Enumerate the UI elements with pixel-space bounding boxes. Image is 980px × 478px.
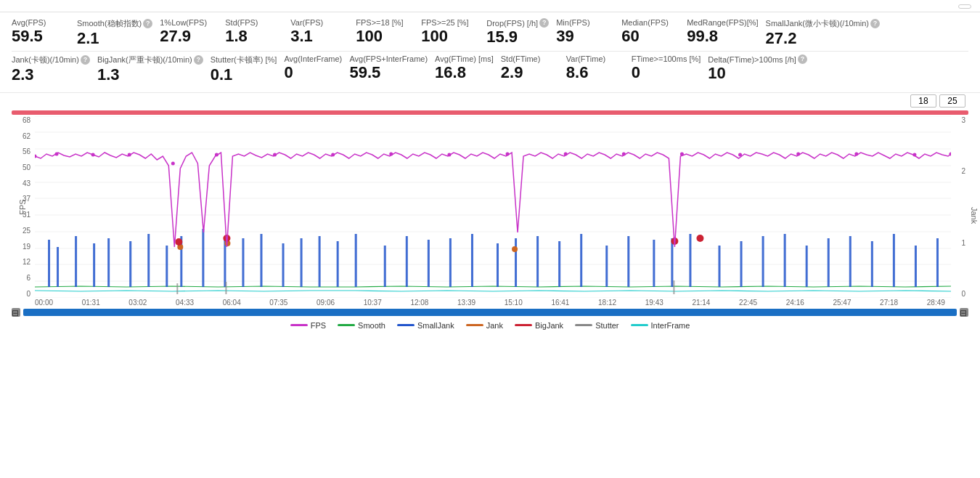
metrics-row-1: Avg(FPS)59.5Smooth(稳帧指数)?2.11%Low(FPS)27… [12,17,968,49]
svg-rect-33 [449,238,452,287]
svg-rect-32 [428,240,430,287]
svg-rect-24 [260,234,262,287]
svg-point-58 [512,246,518,252]
metric-item: Min(FPS)39 [556,17,621,49]
svg-rect-38 [558,241,560,287]
metric-value: 1.8 [225,27,248,46]
metric-value: 0 [284,63,293,82]
metric-item: Avg(FPS)59.5 [12,17,77,49]
legend-row: FPSSmoothSmallJankJankBigJankStutterInte… [0,318,980,331]
svg-rect-49 [806,246,808,287]
scroll-handle-right[interactable]: ⊟ [960,308,968,317]
metric-value: 39 [556,27,573,46]
svg-point-82 [854,152,858,155]
metric-item: Avg(FPS+InterFrame)59.5 [349,53,435,86]
chart-plot-area: 68 62 56 50 43 37 31 25 19 12 6 0 FPS [12,116,968,298]
svg-rect-43 [671,238,673,287]
metric-value: 27.9 [160,27,191,46]
scrollbar-row: ⊟ ⊟ [0,307,980,318]
svg-rect-21 [202,229,204,287]
svg-rect-12 [48,240,50,287]
fps-y-label: FPS [18,199,27,214]
svg-point-77 [564,152,568,155]
legend-color-bigjank [515,324,532,326]
svg-rect-14 [75,236,77,287]
legend-color-smooth [338,324,355,326]
svg-rect-23 [242,238,244,287]
help-icon[interactable]: ? [143,19,152,28]
legend-label: Jank [486,321,503,330]
svg-rect-29 [355,234,357,287]
svg-rect-65 [673,280,674,294]
fps-input-2[interactable] [939,94,965,108]
legend-item-smalljank: SmallJank [397,321,454,330]
metric-item: Var(FPS)3.1 [290,17,356,49]
metrics-section-1: Avg(FPS)59.5Smooth(稳帧指数)?2.11%Low(FPS)27… [0,12,980,91]
svg-rect-41 [627,236,629,287]
metric-item: SmallJank(微小卡顿)(/10min)?27.2 [766,17,887,49]
help-icon[interactable]: ? [870,19,880,28]
help-icon[interactable]: ? [194,55,203,65]
legend-item-smooth: Smooth [338,321,385,330]
metric-item: BigJank(严重卡顿)(/10min)?1.3 [97,53,211,86]
legend-color-stutter [575,324,592,326]
metric-item: Std(FTime)2.9 [501,53,566,86]
help-icon[interactable]: ? [798,54,807,64]
label-bar [12,110,968,115]
metric-value: 10 [708,64,725,83]
svg-rect-30 [384,246,386,287]
metric-value: 3.1 [290,27,313,46]
svg-rect-54 [915,246,917,287]
legend-item-fps: FPS [290,321,326,330]
svg-rect-35 [497,243,499,287]
legend-item-stutter: Stutter [575,321,618,330]
metric-item: Std(FPS)1.8 [225,17,290,49]
svg-rect-51 [849,236,852,287]
svg-rect-46 [740,241,743,287]
svg-rect-55 [936,238,939,287]
svg-rect-19 [166,246,168,287]
metrics-row-2: Jank(卡顿)(/10min)?2.3BigJank(严重卡顿)(/10min… [12,53,968,86]
fps-input-1[interactable] [910,94,936,108]
legend-item-bigjank: BigJank [515,321,563,330]
metric-value: 2.3 [12,65,34,84]
metric-value: 2.1 [77,29,99,48]
svg-rect-40 [605,246,608,287]
chart-svg [35,116,951,298]
svg-point-79 [680,152,684,155]
svg-rect-28 [337,241,339,287]
svg-rect-64 [225,282,226,294]
svg-point-74 [389,152,393,155]
help-icon[interactable]: ? [539,18,549,28]
svg-rect-15 [93,243,95,287]
metric-value: 16.8 [435,63,466,82]
metric-value: 59.5 [349,63,380,82]
legend-label: InterFrame [651,321,690,330]
legend-label: Smooth [358,321,385,330]
metric-item: Avg(InterFrame)0 [284,53,349,86]
legend-label: Stutter [595,321,618,330]
dropdown-button[interactable] [958,4,971,9]
scroll-handle-left[interactable]: ⊟ [12,308,20,317]
chart-section: 68 62 56 50 43 37 31 25 19 12 6 0 FPS [0,94,980,307]
metric-item: Smooth(稳帧指数)?2.1 [77,17,160,49]
metric-value: 0 [632,63,640,82]
svg-point-75 [447,153,451,156]
svg-rect-44 [689,234,691,287]
metric-item: Var(FTime)8.6 [566,53,632,86]
svg-rect-22 [224,240,226,287]
metric-value: 99.8 [687,27,718,46]
metric-value: 2.9 [501,63,523,82]
svg-point-78 [622,152,626,155]
metric-value: 0.1 [211,65,233,84]
metric-item: Stutter(卡顿率) [%]0.1 [211,53,285,86]
svg-rect-34 [471,234,473,287]
metric-item: Median(FPS)60 [621,17,687,49]
svg-point-80 [738,153,742,156]
y-axis-right: 3 2 1 0 [961,116,965,298]
svg-rect-63 [176,283,178,294]
scrollbar-track[interactable] [23,309,957,316]
x-axis: 00:0001:3103:0204:3306:0407:3509:0610:37… [12,298,968,307]
help-icon[interactable]: ? [81,55,90,65]
metric-item: FTime>=100ms [%]0 [632,53,709,86]
